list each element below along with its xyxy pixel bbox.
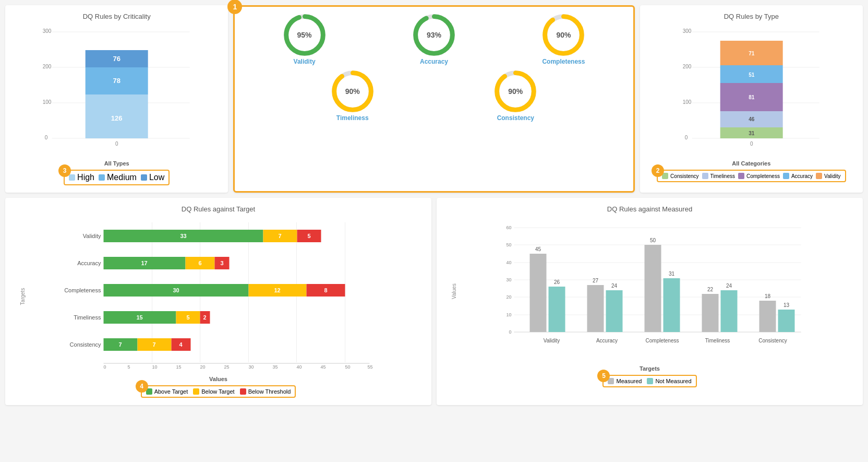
svg-text:4: 4 [179,341,183,348]
accuracy-label: Accuracy [420,58,448,65]
svg-text:13: 13 [783,302,790,308]
svg-text:0: 0 [45,135,48,140]
svg-text:0: 0 [115,141,118,147]
svg-text:50: 50 [506,242,511,247]
completeness-label: Completeness [542,58,585,65]
svg-text:78: 78 [113,77,120,85]
svg-text:10: 10 [506,312,511,317]
type-legend-box: 2 Consistency Timeliness Completeness Ac… [657,170,846,182]
type-panel: DQ Rules by Type 300 200 100 0 31 46 [640,5,863,193]
legend-medium: Medium [99,173,137,182]
svg-text:300: 300 [682,28,691,34]
type-legend-timeliness: Timeliness [702,173,735,179]
svg-text:50: 50 [345,364,351,369]
svg-text:100: 100 [43,99,52,105]
type-legend-row: 2 Consistency Timeliness Completeness Ac… [647,170,855,182]
svg-text:2: 2 [203,314,206,321]
donut-panel: 1 95% Validity [233,5,634,193]
measured-legend-row: 5 Measured Not Measured [444,375,855,387]
svg-text:30: 30 [506,277,511,282]
svg-text:Validity: Validity [83,233,101,239]
svg-text:71: 71 [749,51,755,56]
criticality-title: DQ Rules by Criticality [13,13,221,20]
type-chart-wrap: 300 200 100 0 31 46 81 51 [647,25,855,160]
legend-measured: Measured [608,378,642,384]
target-panel: DQ Rules against Target Targets 0 5 10 1… [5,198,431,405]
target-y-label: Targets [20,288,26,305]
target-legend-row: 4 Above Target Below Target Below Thresh… [13,385,424,398]
svg-text:5: 5 [186,314,189,321]
criticality-legend-box: 3 High Medium Low [64,170,170,185]
svg-text:45: 45 [535,246,541,252]
measured-svg: 0 10 20 30 40 50 60 [475,222,845,358]
svg-text:27: 27 [593,278,599,283]
donut-validity: 95% Validity [242,14,366,65]
svg-text:33: 33 [180,233,186,239]
target-svg: 0 5 10 15 20 25 30 35 40 45 50 55 [65,222,414,369]
svg-text:46: 46 [749,116,755,122]
measured-chart: Values 0 10 20 30 40 50 60 [444,217,855,365]
donut-timeliness-wrap: 90% [332,70,373,112]
svg-text:55: 55 [368,364,373,369]
svg-text:0: 0 [104,364,106,369]
svg-text:200: 200 [682,64,691,69]
validity-label: Validity [294,58,316,65]
svg-rect-114 [549,287,565,332]
svg-text:15: 15 [136,314,142,321]
svg-text:3: 3 [220,260,223,266]
bottom-row: DQ Rules against Target Targets 0 5 10 1… [5,198,863,405]
svg-text:31: 31 [749,131,755,136]
svg-text:8: 8 [324,287,327,293]
type-legend-completeness: Completeness [738,173,780,179]
svg-text:50: 50 [650,238,656,243]
badge-3: 3 [58,164,71,177]
svg-text:45: 45 [321,364,326,369]
donut-validity-wrap: 95% [284,14,326,56]
svg-text:Completeness: Completeness [65,287,101,293]
svg-text:Completeness: Completeness [646,338,679,343]
legend-not-measured: Not Measured [647,378,691,384]
svg-text:Accuracy: Accuracy [596,338,618,343]
medium-label: Medium [107,173,137,182]
svg-text:0: 0 [509,329,511,335]
svg-text:25: 25 [224,364,230,369]
validity-pct: 95% [297,31,312,39]
legend-below-threshold: Below Threshold [240,388,291,395]
type-x-label: All Categories [647,160,855,167]
svg-text:81: 81 [749,94,755,100]
svg-text:51: 51 [749,72,755,78]
badge-1: 1 [227,0,242,14]
svg-rect-127 [702,294,719,332]
svg-text:126: 126 [111,114,123,122]
svg-rect-134 [778,310,795,332]
criticality-chart: 300 200 100 0 126 78 76 [13,25,221,150]
target-title: DQ Rules against Target [13,205,424,213]
legend-low: Low [141,173,164,182]
donut-completeness: 90% Completeness [501,14,625,65]
svg-text:Timeliness: Timeliness [74,314,101,321]
svg-text:Timeliness: Timeliness [705,338,730,343]
donut-accuracy: 93% Accuracy [372,14,496,65]
donut-consistency-wrap: 90% [495,70,536,112]
svg-text:7: 7 [118,341,122,348]
criticality-panel: DQ Rules by Criticality 300 200 100 0 12… [5,5,228,193]
donut-top-row: 95% Validity 93% Accuracy [242,14,625,65]
svg-text:40: 40 [297,364,302,369]
measured-title: DQ Rules against Measured [444,205,855,213]
legend-below-target: Below Target [193,388,234,395]
type-chart-svg: 300 200 100 0 31 46 81 51 [647,25,855,150]
type-legend-accuracy: Accuracy [783,173,813,179]
svg-text:20: 20 [200,364,206,369]
svg-text:300: 300 [43,28,52,34]
donut-accuracy-wrap: 93% [413,14,455,56]
svg-text:Accuracy: Accuracy [77,260,101,266]
svg-text:22: 22 [707,287,714,292]
svg-text:18: 18 [765,293,771,299]
svg-text:12: 12 [274,287,280,293]
legend-above-target: Above Target [146,388,188,395]
donut-completeness-wrap: 90% [542,14,584,56]
type-legend-validity: Validity [816,173,841,179]
svg-text:20: 20 [506,294,511,300]
svg-text:Consistency: Consistency [70,341,101,348]
svg-rect-132 [760,301,776,332]
